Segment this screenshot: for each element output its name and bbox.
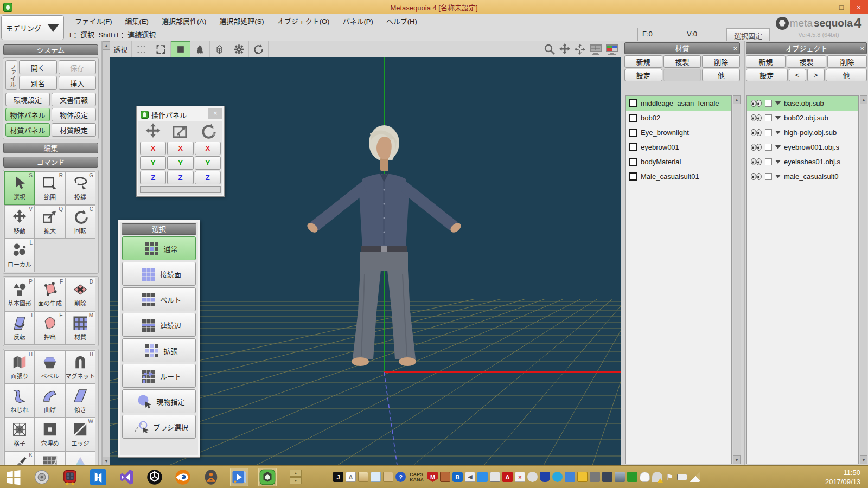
- save-button[interactable]: 保存: [59, 60, 97, 74]
- taskbar-metasequoia-app[interactable]: [258, 468, 277, 486]
- material-swatch[interactable]: [629, 143, 637, 151]
- material-swatch[interactable]: [629, 129, 637, 137]
- tool-rotate[interactable]: C回転: [65, 205, 95, 239]
- taskbar-figure-app[interactable]: [202, 468, 220, 486]
- tray-scroll-up-icon[interactable]: ▲: [290, 470, 302, 477]
- tool-range[interactable]: R範囲: [35, 171, 65, 205]
- single-view-icon[interactable]: [589, 43, 603, 56]
- move-z-button[interactable]: Z: [140, 171, 166, 184]
- tool-scale[interactable]: Q拡大: [35, 205, 65, 239]
- close-icon[interactable]: ×: [208, 108, 222, 119]
- minimize-button[interactable]: –: [817, 0, 833, 14]
- selection-lock-button[interactable]: 選択固定: [726, 28, 770, 41]
- tool-lasso[interactable]: G投縄: [65, 171, 95, 205]
- tool-create-face[interactable]: F面の生成: [35, 278, 65, 311]
- perspective-button[interactable]: 透視: [110, 41, 132, 57]
- scroll-up-icon[interactable]: ▲: [733, 95, 741, 104]
- mode-selector-dropdown[interactable]: モデリング: [1, 15, 64, 40]
- material-swatch[interactable]: [629, 99, 637, 107]
- object-prev-button[interactable]: <: [789, 69, 806, 81]
- taskbar-blender-app[interactable]: [174, 468, 192, 486]
- close-icon[interactable]: ×: [733, 43, 737, 54]
- taskbar-help-viewer-app[interactable]: [89, 468, 107, 486]
- vertex-display-button[interactable]: [132, 41, 151, 57]
- taskbar-robot-app[interactable]: [61, 468, 79, 486]
- messenger-icon[interactable]: [477, 472, 488, 482]
- tool-local[interactable]: Lローカル: [4, 239, 35, 272]
- material-item[interactable]: middleage_asian_female: [626, 96, 731, 111]
- object-settings-button[interactable]: 設定: [746, 69, 788, 81]
- power-icon[interactable]: [577, 472, 588, 482]
- link-icon[interactable]: [527, 472, 538, 482]
- open-button[interactable]: 開く: [19, 60, 57, 74]
- selection-panel[interactable]: 選択 通常 接続面 ベルト 連続辺 拡張 ルート 現物指定 ブラシ選択: [118, 220, 200, 457]
- tray-scroll-down-icon[interactable]: ▼: [290, 477, 302, 484]
- object-checkbox[interactable]: [765, 114, 772, 121]
- move-x-button[interactable]: X: [140, 142, 166, 155]
- orbit-view-icon[interactable]: [573, 43, 586, 56]
- taskbar-media-player-app[interactable]: [230, 468, 248, 486]
- menu-file[interactable]: ファイル(F): [69, 14, 118, 28]
- tool-delete[interactable]: D削除: [65, 278, 95, 311]
- close-button[interactable]: ×: [850, 0, 868, 14]
- signal-bars-icon[interactable]: [690, 472, 700, 482]
- wireframe-cube-button[interactable]: [210, 41, 229, 57]
- object-checkbox[interactable]: [765, 100, 772, 107]
- scroll-up-icon[interactable]: ▲: [860, 95, 867, 104]
- material-panel-titlebar[interactable]: 材質×: [624, 42, 740, 54]
- system-section-header[interactable]: システム: [3, 44, 98, 55]
- rotate-x-button[interactable]: X: [195, 142, 221, 155]
- tool-bend[interactable]: 曲げ: [35, 384, 65, 418]
- wireless-warning-icon[interactable]: [652, 472, 662, 482]
- object-checkbox[interactable]: [765, 173, 772, 180]
- move-y-button[interactable]: Y: [140, 156, 166, 170]
- tool-lattice[interactable]: 格子: [4, 418, 35, 451]
- menu-panel[interactable]: パネル(P): [337, 14, 378, 28]
- ime-toolbox-icon[interactable]: [383, 472, 393, 482]
- tool-primitives[interactable]: P基本図形: [4, 278, 35, 311]
- bluetooth-icon[interactable]: B: [452, 472, 463, 482]
- taskbar-visual-studio-app[interactable]: [117, 468, 136, 486]
- menu-selection-attr[interactable]: 選択部属性(A): [156, 14, 212, 28]
- object-settings-button[interactable]: 物体設定: [52, 108, 96, 121]
- material-item[interactable]: bob02: [626, 111, 731, 125]
- selection-panel-title[interactable]: 選択: [122, 223, 196, 235]
- object-checkbox[interactable]: [765, 158, 772, 165]
- menu-object[interactable]: オブジェクト(O): [272, 14, 335, 28]
- visibility-eyes-icon[interactable]: [751, 129, 762, 136]
- material-item[interactable]: eyebrow001: [626, 140, 731, 155]
- material-settings-button[interactable]: 材質設定: [52, 123, 96, 137]
- view-settings-button[interactable]: [229, 41, 249, 57]
- select-mode-expand[interactable]: 拡張: [122, 338, 196, 362]
- object-item[interactable]: eyelashes01.obj.s: [747, 155, 858, 169]
- gear-tray-icon[interactable]: [590, 472, 600, 482]
- expand-triangle-icon[interactable]: [775, 175, 781, 178]
- operation-panel-titlebar[interactable]: 操作パネル ×: [138, 108, 222, 121]
- scroll-down-icon[interactable]: ▼: [733, 455, 741, 464]
- scroll-up-icon[interactable]: ▲: [103, 41, 110, 50]
- material-delete-button[interactable]: 削除: [702, 55, 740, 68]
- action-center-flag-icon[interactable]: ⚑: [665, 472, 675, 482]
- loudspeaker-icon[interactable]: [440, 472, 450, 482]
- material-new-button[interactable]: 新規: [624, 55, 662, 68]
- expand-triangle-icon[interactable]: [775, 160, 781, 164]
- ime-a-icon[interactable]: A: [346, 472, 356, 482]
- insert-button[interactable]: 挿入: [59, 76, 97, 90]
- volume-icon[interactable]: ◀: [465, 472, 475, 482]
- sync-icon[interactable]: [552, 472, 563, 482]
- acrobat-icon[interactable]: A: [502, 472, 513, 482]
- scale-z-button[interactable]: Z: [167, 171, 193, 184]
- pan-view-icon[interactable]: [558, 43, 571, 56]
- face-display-button[interactable]: [171, 41, 190, 57]
- cloud-icon[interactable]: [640, 472, 650, 482]
- scroll-down-icon[interactable]: ▼: [103, 457, 110, 465]
- document-icon[interactable]: [565, 472, 575, 482]
- object-delete-button[interactable]: 削除: [827, 55, 867, 68]
- material-panel-toggle[interactable]: 材質パネル: [5, 123, 50, 137]
- ime-j-icon[interactable]: J: [333, 472, 343, 482]
- object-duplicate-button[interactable]: 複製: [787, 55, 826, 68]
- object-panel-toggle[interactable]: 物体パネル: [5, 108, 50, 121]
- maximize-button[interactable]: □: [833, 0, 850, 14]
- rotate-z-button[interactable]: Z: [195, 171, 221, 184]
- select-mode-pick[interactable]: 現物指定: [122, 389, 196, 413]
